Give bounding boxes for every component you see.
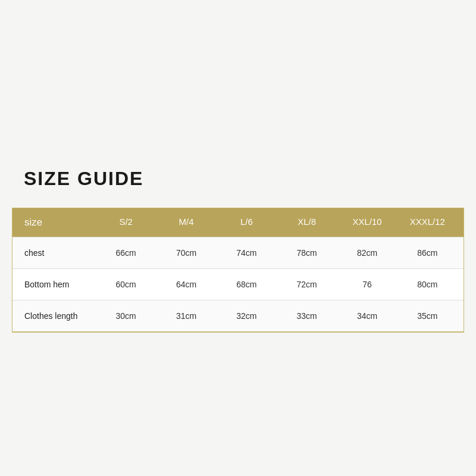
col-header-l6: L/6 <box>217 217 277 228</box>
bottom-hem-l6: 68cm <box>217 280 277 289</box>
chest-xxxl12: 86cm <box>397 248 458 258</box>
chest-s2: 66cm <box>96 248 156 258</box>
clothes-length-xl8: 33cm <box>277 311 337 321</box>
title-section: SIZE GUIDE <box>12 144 464 208</box>
page-title: SIZE GUIDE <box>24 168 452 190</box>
bottom-hem-xl8: 72cm <box>277 280 337 289</box>
clothes-length-xxxl12: 35cm <box>397 311 458 321</box>
clothes-length-s2: 30cm <box>96 311 156 321</box>
col-header-xxl10: XXL/10 <box>337 217 397 228</box>
table-row: chest 66cm 70cm 74cm 78cm 82cm 86cm <box>12 237 464 268</box>
clothes-length-m4: 31cm <box>156 311 216 321</box>
bottom-hem-s2: 60cm <box>96 280 156 289</box>
table-row: Bottom hem 60cm 64cm 68cm 72cm 76 80cm <box>12 268 464 300</box>
main-container: SIZE GUIDE size S/2 M/4 L/6 XL/8 XXL/10 … <box>12 144 464 333</box>
bottom-hem-xxl10: 76 <box>337 280 397 289</box>
chest-xl8: 78cm <box>277 248 337 258</box>
chest-xxl10: 82cm <box>337 248 397 258</box>
bottom-hem-xxxl12: 80cm <box>397 280 458 289</box>
size-table: size S/2 M/4 L/6 XL/8 XXL/10 XXXL/12 che… <box>12 208 464 333</box>
col-header-m4: M/4 <box>156 217 216 228</box>
table-header-row: size S/2 M/4 L/6 XL/8 XXL/10 XXXL/12 <box>12 208 464 237</box>
chest-m4: 70cm <box>156 248 216 258</box>
col-header-xl8: XL/8 <box>277 217 337 228</box>
chest-l6: 74cm <box>217 248 277 258</box>
row-label-chest: chest <box>18 248 96 258</box>
col-header-xxxl12: XXXL/12 <box>397 217 458 228</box>
row-label-bottom-hem: Bottom hem <box>18 280 96 289</box>
clothes-length-xxl10: 34cm <box>337 311 397 321</box>
clothes-length-l6: 32cm <box>217 311 277 321</box>
row-label-clothes-length: Clothes length <box>18 311 96 321</box>
col-header-s2: S/2 <box>96 217 156 228</box>
size-header-label: size <box>18 217 96 228</box>
bottom-hem-m4: 64cm <box>156 280 216 289</box>
table-row: Clothes length 30cm 31cm 32cm 33cm 34cm … <box>12 300 464 331</box>
